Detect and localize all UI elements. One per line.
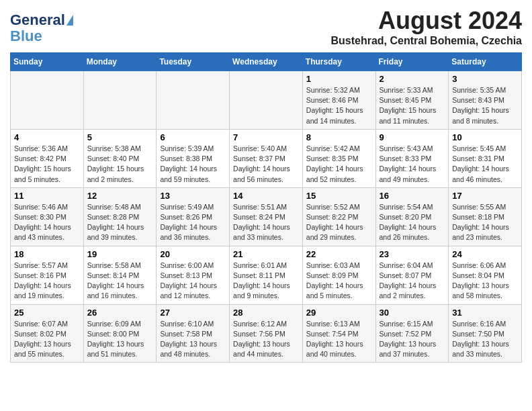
calendar-cell: 9Sunrise: 5:43 AM Sunset: 8:33 PM Daylig… (375, 129, 449, 187)
day-number: 24 (452, 249, 518, 259)
day-number: 11 (14, 191, 80, 201)
logo-text-general: General (10, 12, 65, 28)
day-info: Sunrise: 5:55 AM Sunset: 8:18 PM Dayligh… (452, 202, 518, 243)
calendar-cell: 27Sunrise: 6:10 AM Sunset: 7:58 PM Dayli… (157, 304, 230, 363)
day-number: 28 (233, 308, 299, 318)
calendar-cell: 22Sunrise: 6:03 AM Sunset: 8:09 PM Dayli… (302, 246, 375, 304)
day-number: 27 (160, 308, 226, 318)
day-info: Sunrise: 6:09 AM Sunset: 8:00 PM Dayligh… (87, 319, 153, 360)
calendar-cell (11, 71, 84, 130)
calendar-cell: 6Sunrise: 5:39 AM Sunset: 8:38 PM Daylig… (157, 129, 230, 187)
calendar-cell: 5Sunrise: 5:38 AM Sunset: 8:40 PM Daylig… (83, 129, 157, 187)
day-info: Sunrise: 6:06 AM Sunset: 8:04 PM Dayligh… (452, 261, 518, 302)
day-number: 16 (380, 191, 445, 201)
day-number: 14 (233, 191, 299, 201)
day-number: 7 (233, 132, 299, 142)
day-info: Sunrise: 5:32 AM Sunset: 8:46 PM Dayligh… (306, 85, 372, 126)
calendar-week-row: 1Sunrise: 5:32 AM Sunset: 8:46 PM Daylig… (11, 71, 522, 130)
day-number: 18 (14, 249, 80, 259)
calendar-cell: 13Sunrise: 5:49 AM Sunset: 8:26 PM Dayli… (157, 187, 230, 246)
day-info: Sunrise: 5:45 AM Sunset: 8:31 PM Dayligh… (452, 144, 518, 185)
title-area: August 2024 Bustehrad, Central Bohemia, … (330, 7, 522, 47)
calendar-cell: 18Sunrise: 5:57 AM Sunset: 8:16 PM Dayli… (11, 246, 84, 304)
day-info: Sunrise: 6:00 AM Sunset: 8:13 PM Dayligh… (160, 261, 226, 302)
day-info: Sunrise: 5:54 AM Sunset: 8:20 PM Dayligh… (380, 202, 445, 243)
weekday-header-wednesday: Wednesday (230, 53, 303, 71)
calendar-cell: 21Sunrise: 6:01 AM Sunset: 8:11 PM Dayli… (230, 246, 303, 304)
day-number: 6 (160, 132, 226, 142)
calendar-week-row: 11Sunrise: 5:46 AM Sunset: 8:30 PM Dayli… (11, 187, 522, 246)
calendar-cell: 24Sunrise: 6:06 AM Sunset: 8:04 PM Dayli… (449, 246, 522, 304)
day-number: 21 (233, 249, 299, 259)
day-info: Sunrise: 6:13 AM Sunset: 7:54 PM Dayligh… (306, 319, 372, 360)
day-info: Sunrise: 6:10 AM Sunset: 7:58 PM Dayligh… (160, 319, 226, 360)
month-title: August 2024 (330, 7, 522, 35)
day-info: Sunrise: 5:43 AM Sunset: 8:33 PM Dayligh… (380, 144, 445, 185)
day-info: Sunrise: 5:39 AM Sunset: 8:38 PM Dayligh… (160, 144, 226, 185)
calendar-cell (157, 71, 230, 130)
calendar-table: SundayMondayTuesdayWednesdayThursdayFrid… (10, 52, 522, 363)
calendar-week-row: 18Sunrise: 5:57 AM Sunset: 8:16 PM Dayli… (11, 246, 522, 304)
calendar-cell: 12Sunrise: 5:48 AM Sunset: 8:28 PM Dayli… (83, 187, 157, 246)
day-number: 20 (160, 249, 226, 259)
day-number: 2 (380, 74, 445, 84)
weekday-header-row: SundayMondayTuesdayWednesdayThursdayFrid… (11, 53, 522, 71)
day-number: 13 (160, 191, 226, 201)
calendar-cell: 4Sunrise: 5:36 AM Sunset: 8:42 PM Daylig… (11, 129, 84, 187)
day-number: 25 (14, 308, 80, 318)
calendar-cell (83, 71, 157, 130)
day-number: 15 (306, 191, 372, 201)
day-info: Sunrise: 5:42 AM Sunset: 8:35 PM Dayligh… (306, 144, 372, 185)
day-number: 31 (452, 308, 518, 318)
calendar-cell: 25Sunrise: 6:07 AM Sunset: 8:02 PM Dayli… (11, 304, 84, 363)
day-number: 19 (87, 249, 153, 259)
calendar-cell: 15Sunrise: 5:52 AM Sunset: 8:22 PM Dayli… (302, 187, 375, 246)
day-number: 8 (306, 132, 372, 142)
calendar-cell: 23Sunrise: 6:04 AM Sunset: 8:07 PM Dayli… (375, 246, 449, 304)
day-info: Sunrise: 6:04 AM Sunset: 8:07 PM Dayligh… (380, 261, 445, 302)
calendar-cell: 1Sunrise: 5:32 AM Sunset: 8:46 PM Daylig… (302, 71, 375, 130)
day-info: Sunrise: 5:33 AM Sunset: 8:45 PM Dayligh… (380, 85, 445, 126)
day-info: Sunrise: 6:07 AM Sunset: 8:02 PM Dayligh… (14, 319, 80, 360)
location-subtitle: Bustehrad, Central Bohemia, Czechia (330, 35, 522, 47)
day-info: Sunrise: 5:57 AM Sunset: 8:16 PM Dayligh… (14, 261, 80, 302)
day-number: 1 (306, 74, 372, 84)
day-number: 26 (87, 308, 153, 318)
day-info: Sunrise: 6:12 AM Sunset: 7:56 PM Dayligh… (233, 319, 299, 360)
day-info: Sunrise: 5:40 AM Sunset: 8:37 PM Dayligh… (233, 144, 299, 185)
day-number: 10 (452, 132, 518, 142)
calendar-cell: 10Sunrise: 5:45 AM Sunset: 8:31 PM Dayli… (449, 129, 522, 187)
weekday-header-friday: Friday (375, 53, 449, 71)
day-number: 3 (452, 74, 518, 84)
calendar-cell: 17Sunrise: 5:55 AM Sunset: 8:18 PM Dayli… (449, 187, 522, 246)
day-info: Sunrise: 5:48 AM Sunset: 8:28 PM Dayligh… (87, 202, 153, 243)
calendar-cell: 26Sunrise: 6:09 AM Sunset: 8:00 PM Dayli… (83, 304, 157, 363)
weekday-header-monday: Monday (83, 53, 157, 71)
day-info: Sunrise: 5:51 AM Sunset: 8:24 PM Dayligh… (233, 202, 299, 243)
calendar-week-row: 25Sunrise: 6:07 AM Sunset: 8:02 PM Dayli… (11, 304, 522, 363)
day-number: 30 (380, 308, 445, 318)
calendar-cell: 20Sunrise: 6:00 AM Sunset: 8:13 PM Dayli… (157, 246, 230, 304)
day-number: 5 (87, 132, 153, 142)
day-info: Sunrise: 6:03 AM Sunset: 8:09 PM Dayligh… (306, 261, 372, 302)
calendar-cell: 7Sunrise: 5:40 AM Sunset: 8:37 PM Daylig… (230, 129, 303, 187)
calendar-cell: 2Sunrise: 5:33 AM Sunset: 8:45 PM Daylig… (375, 71, 449, 130)
day-info: Sunrise: 5:52 AM Sunset: 8:22 PM Dayligh… (306, 202, 372, 243)
weekday-header-saturday: Saturday (449, 53, 522, 71)
day-number: 23 (380, 249, 445, 259)
header: General Blue August 2024 Bustehrad, Cent… (10, 7, 522, 47)
calendar-cell: 30Sunrise: 6:15 AM Sunset: 7:52 PM Dayli… (375, 304, 449, 363)
weekday-header-thursday: Thursday (302, 53, 375, 71)
day-info: Sunrise: 5:35 AM Sunset: 8:43 PM Dayligh… (452, 85, 518, 126)
logo-text-blue: Blue (10, 28, 42, 44)
logo-triangle-icon (66, 15, 73, 26)
day-info: Sunrise: 5:49 AM Sunset: 8:26 PM Dayligh… (160, 202, 226, 243)
day-info: Sunrise: 5:36 AM Sunset: 8:42 PM Dayligh… (14, 144, 80, 185)
calendar-cell: 14Sunrise: 5:51 AM Sunset: 8:24 PM Dayli… (230, 187, 303, 246)
calendar-cell: 16Sunrise: 5:54 AM Sunset: 8:20 PM Dayli… (375, 187, 449, 246)
calendar-cell: 11Sunrise: 5:46 AM Sunset: 8:30 PM Dayli… (11, 187, 84, 246)
calendar-cell: 31Sunrise: 6:16 AM Sunset: 7:50 PM Dayli… (449, 304, 522, 363)
calendar-cell: 8Sunrise: 5:42 AM Sunset: 8:35 PM Daylig… (302, 129, 375, 187)
day-info: Sunrise: 6:01 AM Sunset: 8:11 PM Dayligh… (233, 261, 299, 302)
calendar-cell: 19Sunrise: 5:58 AM Sunset: 8:14 PM Dayli… (83, 246, 157, 304)
